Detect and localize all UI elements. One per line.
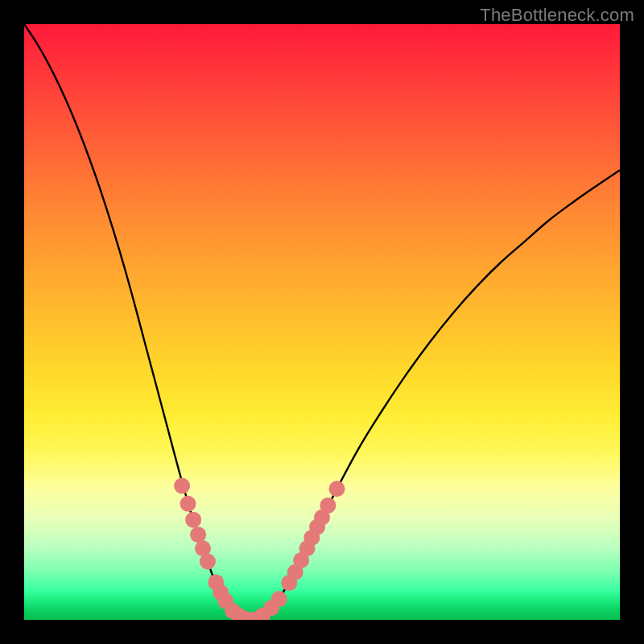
chart-frame: TheBottleneck.com [0,0,644,644]
data-markers [174,478,345,621]
data-marker [320,497,336,514]
plot-area [24,24,620,620]
data-marker [185,512,201,528]
data-marker [200,553,216,569]
data-marker [271,591,287,607]
data-marker [190,526,206,543]
bottleneck-chart [24,24,620,620]
data-marker [174,478,190,494]
watermark-text: TheBottleneck.com [480,5,634,26]
data-marker [329,481,345,497]
data-marker [180,496,196,512]
